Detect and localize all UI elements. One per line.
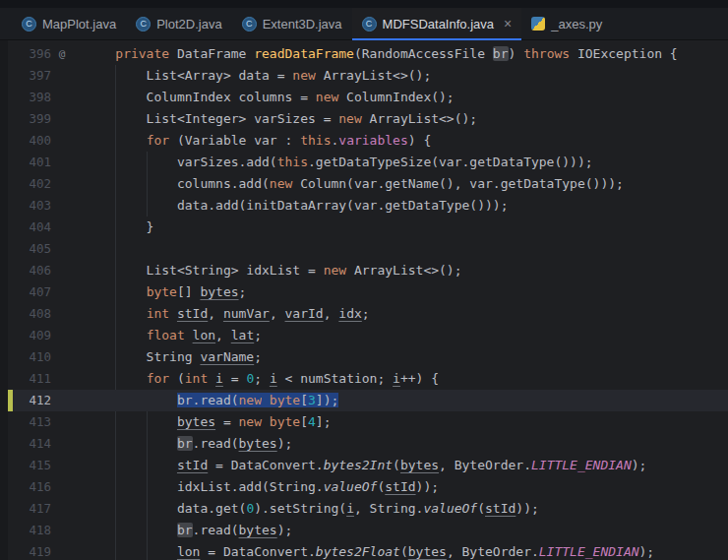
gutter[interactable]: 403 [8, 195, 73, 217]
gutter[interactable]: 413 [8, 411, 73, 433]
code-line[interactable]: 397 List<Array> data = new ArrayList<>()… [8, 65, 728, 87]
gutter-icon-slot [51, 108, 73, 130]
gutter-icon-slot [51, 65, 73, 87]
line-number[interactable]: 414 [8, 433, 51, 455]
line-number[interactable]: 415 [8, 455, 51, 476]
gutter[interactable]: 415 [8, 455, 73, 476]
code-text: List<String> idxList = new ArrayList<>()… [73, 260, 462, 281]
gutter[interactable]: 417 [8, 498, 73, 520]
gutter[interactable]: 408 [8, 303, 73, 325]
line-number[interactable]: 403 [8, 195, 51, 217]
code-line[interactable]: 409 float lon, lat; [8, 325, 728, 346]
gutter[interactable]: 404 [8, 217, 73, 238]
editor: 396@ private DataFrame readDataFrame(Ran… [0, 40, 728, 560]
code-area[interactable]: 396@ private DataFrame readDataFrame(Ran… [8, 40, 728, 560]
code-line[interactable]: 398 ColumnIndex columns = new ColumnInde… [8, 87, 728, 108]
gutter[interactable]: 405 [8, 238, 73, 260]
code-line[interactable]: 406 List<String> idxList = new ArrayList… [8, 260, 728, 281]
gutter-icon-slot [51, 281, 73, 303]
code-text: data.add(initDataArray(var.getDataType()… [73, 195, 508, 217]
gutter-icon-slot [51, 173, 73, 195]
line-number[interactable]: 399 [8, 108, 51, 130]
line-number[interactable]: 404 [8, 217, 51, 238]
line-number[interactable]: 397 [8, 65, 51, 87]
code-line[interactable]: 419 lon = DataConvert.bytes2Float(bytes,… [8, 541, 728, 560]
code-line[interactable]: 411 for (int i = 0; i < numStation; i++)… [8, 368, 728, 390]
line-number[interactable]: 412 [8, 390, 51, 411]
gutter[interactable]: 412 [8, 390, 73, 411]
tab--axes-py[interactable]: _axes.py [521, 8, 612, 39]
code-line[interactable]: 413 bytes = new byte[4]; [8, 411, 728, 433]
code-text: private DataFrame readDataFrame(RandomAc… [73, 43, 678, 65]
code-line[interactable]: 416 idxList.add(String.valueOf(stId)); [8, 476, 728, 498]
gutter[interactable]: 416 [8, 476, 73, 498]
gutter[interactable]: 410 [8, 346, 73, 368]
line-number[interactable]: 408 [8, 303, 51, 325]
gutter[interactable]: 409 [8, 325, 73, 346]
line-number[interactable]: 410 [8, 346, 51, 368]
line-number[interactable]: 419 [8, 541, 51, 560]
tab-label: MDFSDataInfo.java [383, 17, 494, 31]
code-line[interactable]: 412 br.read(new byte[3]); [8, 390, 728, 411]
line-number[interactable]: 396 [8, 43, 51, 65]
code-line[interactable]: 414 br.read(bytes); [8, 433, 728, 455]
active-line-marker [8, 390, 13, 411]
gutter[interactable]: 398 [8, 87, 73, 108]
gutter[interactable]: 401 [8, 152, 73, 173]
code-text: stId = DataConvert.bytes2Int(bytes, Byte… [73, 455, 646, 476]
line-number[interactable]: 401 [8, 152, 51, 173]
code-text: ColumnIndex columns = new ColumnIndex(); [73, 87, 455, 108]
line-number[interactable]: 407 [8, 281, 51, 303]
gutter[interactable]: 418 [8, 520, 73, 541]
line-number[interactable]: 418 [8, 520, 51, 541]
close-tab-icon[interactable]: × [504, 17, 512, 31]
code-line[interactable]: 403 data.add(initDataArray(var.getDataTy… [8, 195, 728, 217]
line-number[interactable]: 409 [8, 325, 51, 346]
gutter[interactable]: 400 [8, 130, 73, 152]
tab-plot2d-java[interactable]: CPlot2D.java [126, 8, 231, 39]
code-line[interactable]: 405 [8, 238, 728, 260]
tab-mapplot-java[interactable]: CMapPlot.java [12, 8, 126, 39]
line-number[interactable]: 416 [8, 476, 51, 498]
gutter[interactable]: 399 [8, 108, 73, 130]
gutter[interactable]: 397 [8, 65, 73, 87]
code-line[interactable]: 402 columns.add(new Column(var.getName()… [8, 173, 728, 195]
code-line[interactable]: 415 stId = DataConvert.bytes2Int(bytes, … [8, 455, 728, 476]
line-number[interactable]: 398 [8, 87, 51, 108]
code-line[interactable]: 408 int stId, numVar, varId, idx; [8, 303, 728, 325]
tab-extent3d-java[interactable]: CExtent3D.java [232, 8, 352, 39]
code-text: float lon, lat; [73, 325, 262, 346]
code-text: br.read(new byte[3]); [73, 390, 338, 411]
gutter[interactable]: 419 [8, 541, 73, 560]
gutter[interactable]: 407 [8, 281, 73, 303]
code-line[interactable]: 404 } [8, 217, 728, 238]
line-number[interactable]: 417 [8, 498, 51, 520]
window-top-bar [0, 0, 728, 8]
gutter-icon-slot [51, 217, 73, 238]
line-number[interactable]: 411 [8, 368, 51, 390]
line-number[interactable]: 402 [8, 173, 51, 195]
tab-mdfsdatainfo-java[interactable]: CMDFSDataInfo.java× [352, 8, 522, 39]
code-line[interactable]: 399 List<Integer> varSizes = new ArrayLi… [8, 108, 728, 130]
gutter[interactable]: 411 [8, 368, 73, 390]
gutter-icon-slot [51, 541, 73, 560]
gutter[interactable]: 406 [8, 260, 73, 281]
code-line[interactable]: 407 byte[] bytes; [8, 281, 728, 303]
line-number[interactable]: 406 [8, 260, 51, 281]
gutter[interactable]: 402 [8, 173, 73, 195]
code-line[interactable]: 400 for (Variable var : this.variables) … [8, 130, 728, 152]
line-number[interactable]: 413 [8, 411, 51, 433]
line-number[interactable]: 400 [8, 130, 51, 152]
gutter-icon-slot [51, 87, 73, 108]
gutter[interactable]: 414 [8, 433, 73, 455]
line-number[interactable]: 405 [8, 238, 51, 260]
code-text: int stId, numVar, varId, idx; [73, 303, 370, 325]
code-line[interactable]: 418 br.read(bytes); [8, 520, 728, 541]
gutter-icon-slot [51, 476, 73, 498]
code-line[interactable]: 401 varSizes.add(this.getDataTypeSize(va… [8, 152, 728, 173]
code-line[interactable]: 396@ private DataFrame readDataFrame(Ran… [8, 43, 728, 65]
code-line[interactable]: 417 data.get(0).setString(i, String.valu… [8, 498, 728, 520]
java-class-icon: C [242, 17, 257, 31]
gutter[interactable]: 396@ [8, 43, 73, 65]
code-line[interactable]: 410 String varName; [8, 346, 728, 368]
